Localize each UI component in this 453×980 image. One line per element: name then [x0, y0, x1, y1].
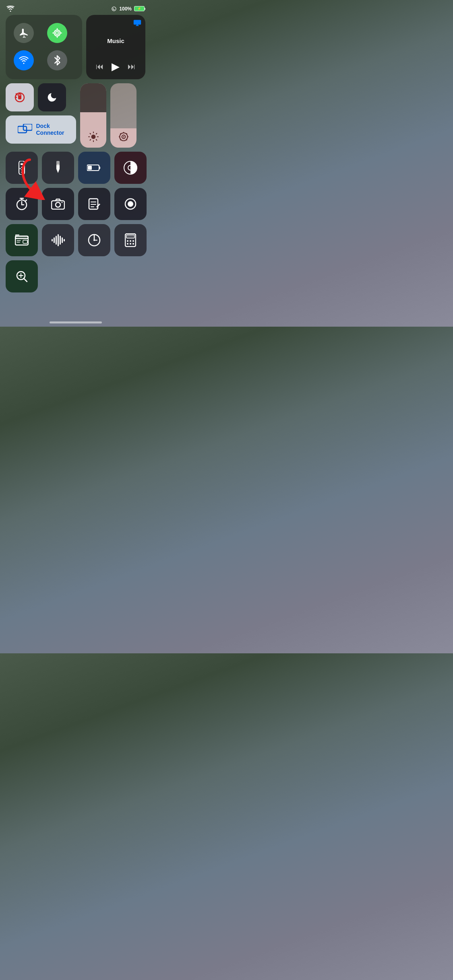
search-icon — [15, 270, 28, 283]
svg-rect-39 — [88, 166, 92, 170]
svg-point-32 — [20, 168, 21, 169]
camera-button[interactable] — [42, 188, 74, 220]
low-battery-mode-button[interactable] — [78, 152, 110, 184]
home-indicator — [50, 321, 102, 323]
timer-button[interactable] — [6, 188, 38, 220]
music-title: Music — [92, 23, 140, 59]
svg-rect-8 — [23, 124, 32, 130]
cellular-icon — [52, 28, 62, 38]
svg-point-0 — [112, 7, 116, 11]
flashlight-button[interactable] — [42, 152, 74, 184]
grid-row-2 — [6, 188, 145, 220]
svg-point-80 — [132, 240, 134, 242]
airplay-icon — [133, 19, 141, 27]
status-bar: 100% ⚡ — [0, 0, 151, 15]
svg-point-9 — [91, 135, 95, 139]
dock-connector-label: Dock Connector — [36, 123, 64, 136]
brightness-icon — [88, 132, 99, 142]
svg-point-33 — [23, 168, 24, 169]
fast-forward-button[interactable]: ⏭ — [128, 62, 136, 71]
svg-point-81 — [127, 243, 128, 245]
bluetooth-button[interactable] — [47, 50, 67, 70]
accessibility-icon — [124, 161, 137, 175]
rewind-button[interactable]: ⏮ — [96, 62, 104, 71]
battery-low-icon — [87, 164, 101, 172]
grid-row-3 — [6, 224, 145, 256]
svg-point-79 — [130, 240, 131, 242]
svg-point-83 — [132, 243, 134, 245]
row-toggles-sliders: Dock Connector — [6, 83, 145, 148]
battery-percent-label: 100% — [119, 6, 132, 12]
accessibility-shortcut-button[interactable] — [114, 152, 147, 184]
svg-point-3 — [56, 32, 58, 33]
svg-point-82 — [130, 243, 131, 245]
battery-icon: ⚡ — [134, 6, 145, 11]
svg-rect-70 — [64, 239, 65, 241]
play-button[interactable]: ▶ — [112, 60, 120, 73]
top-two-toggles — [6, 83, 76, 111]
grid-row-4 — [6, 260, 145, 292]
music-panel[interactable]: Music ⏮ ▶ ⏭ — [86, 15, 145, 79]
svg-point-78 — [127, 240, 128, 242]
svg-line-12 — [90, 134, 91, 134]
svg-rect-7 — [18, 126, 27, 133]
calculator-icon — [125, 233, 136, 247]
soundwave-icon — [51, 234, 65, 246]
svg-point-49 — [62, 202, 63, 203]
svg-line-27 — [120, 134, 121, 134]
calculator-button[interactable] — [114, 224, 147, 256]
svg-point-36 — [56, 164, 60, 166]
brightness-slider[interactable] — [80, 83, 106, 148]
svg-rect-67 — [58, 234, 59, 246]
volume-icon — [118, 132, 129, 142]
svg-rect-64 — [52, 239, 53, 241]
svg-rect-59 — [23, 240, 27, 243]
volume-slider[interactable] — [110, 83, 137, 148]
svg-line-25 — [120, 140, 121, 140]
svg-rect-29 — [21, 163, 23, 165]
svg-point-55 — [128, 201, 133, 207]
svg-rect-77 — [126, 235, 134, 238]
svg-rect-66 — [56, 236, 57, 245]
control-center: Music ⏮ ▶ ⏭ — [0, 15, 151, 292]
svg-line-16 — [90, 140, 91, 140]
notes-button[interactable] — [78, 188, 110, 220]
svg-line-13 — [96, 140, 97, 140]
notes-icon — [88, 198, 100, 210]
svg-rect-69 — [62, 237, 63, 243]
clock-button[interactable] — [78, 224, 110, 256]
svg-rect-65 — [54, 237, 55, 243]
search-button[interactable] — [6, 260, 38, 292]
timer-icon — [15, 198, 28, 210]
sound-recognition-button[interactable] — [42, 224, 74, 256]
svg-line-26 — [126, 140, 127, 140]
music-controls: ⏮ ▶ ⏭ — [92, 59, 140, 74]
voice-memo-button[interactable] — [114, 188, 147, 220]
svg-line-17 — [96, 134, 97, 134]
airplay-button[interactable] — [133, 19, 141, 29]
left-toggles-dock: Dock Connector — [6, 83, 76, 148]
status-right: 100% ⚡ — [111, 6, 145, 12]
wifi-toggle-button[interactable] — [14, 50, 34, 70]
clock-icon — [88, 234, 101, 247]
svg-rect-38 — [99, 167, 100, 169]
remote-icon — [17, 161, 26, 175]
airplane-mode-button[interactable] — [14, 23, 34, 43]
svg-point-20 — [123, 136, 124, 137]
rotation-lock-icon — [13, 91, 26, 104]
svg-line-85 — [24, 278, 27, 282]
sliders — [80, 83, 145, 148]
bluetooth-icon — [53, 55, 61, 66]
svg-point-48 — [56, 202, 60, 207]
rotation-lock-button[interactable] — [6, 83, 34, 111]
lock-orientation-icon — [111, 6, 117, 12]
wifi-toggle-icon — [19, 56, 29, 65]
do-not-disturb-button[interactable] — [38, 83, 66, 111]
airplane-icon — [19, 28, 29, 38]
cellular-button[interactable] — [47, 23, 67, 43]
wallet-button[interactable] — [6, 224, 38, 256]
remote-button[interactable] — [6, 152, 38, 184]
dock-connector-icon — [18, 124, 32, 135]
svg-rect-68 — [60, 236, 61, 245]
dock-connector-button[interactable]: Dock Connector — [6, 115, 76, 144]
